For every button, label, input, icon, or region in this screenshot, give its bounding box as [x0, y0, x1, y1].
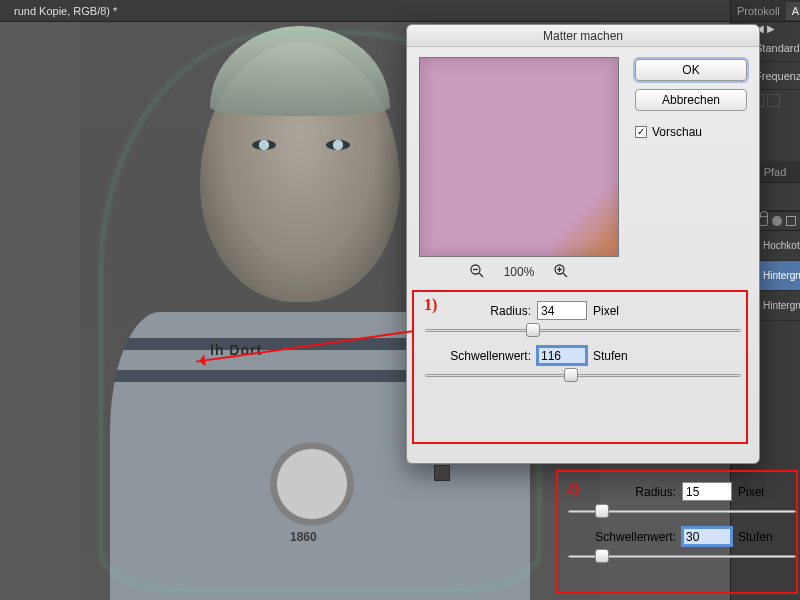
- figure-hair: [210, 26, 390, 116]
- slider-thumb[interactable]: [564, 368, 578, 382]
- slider-thumb[interactable]: [595, 504, 609, 518]
- layer-name: Hintergrun: [763, 300, 800, 311]
- annotation-label-1: 1): [424, 296, 437, 314]
- matter-machen-dialog: Matter machen 100% OK Abbrechen ✓ Vorsch…: [406, 24, 760, 464]
- threshold-label-2: Schwellenwert:: [568, 530, 676, 544]
- dialog-preview[interactable]: [419, 57, 619, 257]
- preview-checkbox-label: Vorschau: [652, 125, 702, 139]
- slider-track: [425, 329, 741, 332]
- figure-eye-left: [252, 140, 276, 150]
- radius-input-2[interactable]: [682, 482, 732, 501]
- slider-thumb[interactable]: [595, 549, 609, 563]
- tab-pfade[interactable]: Pfad: [758, 163, 793, 181]
- radius-unit-2: Pixel: [738, 485, 784, 499]
- jersey-crest: [270, 442, 354, 526]
- annotation-label-2: 2): [566, 480, 579, 498]
- ok-button[interactable]: OK: [635, 59, 747, 81]
- radius-unit: Pixel: [593, 304, 639, 318]
- threshold-slider[interactable]: [425, 367, 741, 383]
- threshold-unit-2: Stufen: [738, 530, 784, 544]
- layer-name: Hintergrun: [763, 270, 800, 281]
- tab-protokoll[interactable]: Protokoll: [731, 2, 786, 20]
- threshold-slider-2[interactable]: [568, 548, 796, 564]
- svg-line-1: [479, 273, 483, 277]
- layer-name: Hochkotras: [763, 240, 800, 251]
- zoom-percent: 100%: [504, 265, 535, 279]
- pixel-lock-icon[interactable]: [772, 216, 782, 226]
- checkbox-icon[interactable]: ✓: [635, 126, 647, 138]
- zoom-in-icon[interactable]: [552, 263, 570, 281]
- cancel-button[interactable]: Abbrechen: [635, 89, 747, 111]
- position-lock-icon[interactable]: [786, 216, 796, 226]
- dialog-title: Matter machen: [407, 25, 759, 47]
- threshold-input[interactable]: [537, 346, 587, 365]
- threshold-input-2[interactable]: [682, 527, 732, 546]
- document-tab[interactable]: rund Kopie, RGB/8) *: [6, 3, 125, 19]
- group-label: Frequenz: [755, 70, 800, 82]
- zoom-out-icon[interactable]: [468, 263, 486, 281]
- svg-line-4: [563, 273, 567, 277]
- slider-thumb[interactable]: [526, 323, 540, 337]
- preview-checkbox-row[interactable]: ✓ Vorschau: [635, 125, 747, 139]
- group-label: Standard: [755, 42, 800, 54]
- figure-eye-right: [326, 140, 350, 150]
- radius-slider[interactable]: [425, 322, 741, 338]
- extra-controls: Radius: Pixel Schwellenwert: Stufen: [568, 474, 796, 588]
- radius-input[interactable]: [537, 301, 587, 320]
- threshold-unit: Stufen: [593, 349, 639, 363]
- play-icon[interactable]: [767, 94, 780, 107]
- radius-slider-2[interactable]: [568, 503, 796, 519]
- color-swatch[interactable]: [434, 465, 450, 481]
- panel-tabs-top: Protokoll Aktionen: [731, 0, 800, 22]
- tab-aktionen[interactable]: Aktionen: [786, 2, 800, 20]
- threshold-label: Schwellenwert:: [419, 349, 531, 363]
- crest-year: 1860: [290, 530, 317, 544]
- radius-label-2: Radius:: [568, 485, 676, 499]
- document-tabbar: rund Kopie, RGB/8) *: [0, 0, 800, 22]
- slider-track: [425, 374, 741, 377]
